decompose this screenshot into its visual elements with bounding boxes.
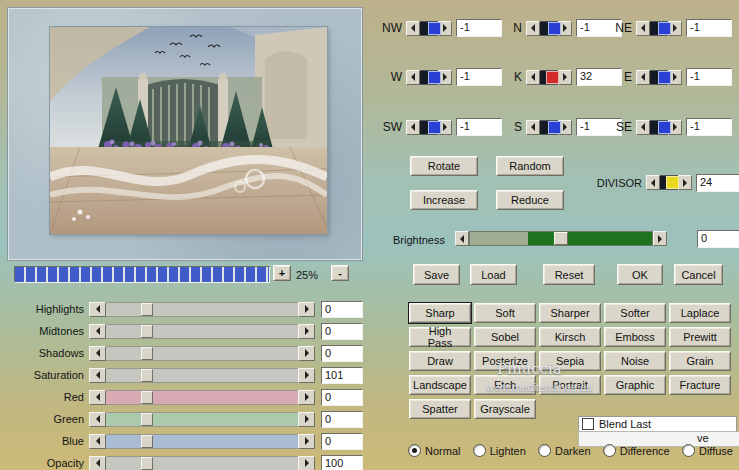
preset-grain[interactable]: Grain (669, 351, 731, 371)
blue-value[interactable]: 0 (321, 433, 363, 450)
shadows-slider[interactable] (89, 346, 315, 361)
arrow-right-icon[interactable] (298, 412, 315, 427)
radio-diffuse[interactable]: Diffuse (682, 444, 733, 457)
red-slider[interactable] (89, 390, 315, 405)
preset-sharper[interactable]: Sharper (539, 303, 601, 323)
slider-thumb[interactable] (141, 391, 153, 404)
slider-track[interactable] (106, 434, 298, 449)
slider-track[interactable] (660, 175, 678, 190)
preset-sobel[interactable]: Sobel (474, 327, 536, 347)
slider-thumb[interactable] (141, 347, 153, 360)
slider-thumb[interactable] (548, 22, 561, 35)
kernel-nw-slider[interactable] (406, 21, 452, 36)
slider-track[interactable] (540, 120, 558, 135)
slider-thumb[interactable] (554, 232, 568, 245)
zoom-in-button[interactable]: + (273, 265, 291, 281)
arrow-right-icon[interactable] (298, 390, 315, 405)
slider-thumb[interactable] (141, 457, 153, 470)
slider-track[interactable] (106, 412, 298, 427)
slider-thumb[interactable] (428, 71, 441, 84)
arrow-left-icon[interactable] (526, 70, 540, 85)
preset-sepia[interactable]: Sepia (539, 351, 601, 371)
opacity-value[interactable]: 100 (321, 455, 363, 470)
increase-button[interactable]: Increase (410, 190, 478, 210)
midtones-slider[interactable] (89, 324, 315, 339)
preset-sharp[interactable]: Sharp (409, 303, 471, 323)
arrow-right-icon[interactable] (298, 434, 315, 449)
radio-dot[interactable] (538, 444, 551, 457)
opacity-slider[interactable] (89, 456, 315, 470)
slider-thumb[interactable] (548, 121, 561, 134)
arrow-left-icon[interactable] (89, 434, 106, 449)
kernel-sw-slider[interactable] (406, 120, 452, 135)
arrow-right-icon[interactable] (298, 368, 315, 383)
saturation-value[interactable]: 101 (321, 367, 363, 384)
preset-draw[interactable]: Draw (409, 351, 471, 371)
preview-panel[interactable] (8, 8, 362, 260)
slider-thumb[interactable] (658, 71, 671, 84)
cancel-button[interactable]: Cancel (674, 264, 723, 285)
arrow-left-icon[interactable] (646, 175, 660, 190)
slider-track[interactable] (540, 21, 558, 36)
kernel-nw-value[interactable]: -1 (456, 19, 502, 37)
slider-thumb[interactable] (428, 22, 441, 35)
green-slider[interactable] (89, 412, 315, 427)
kernel-w-value[interactable]: -1 (456, 68, 502, 86)
slider-track[interactable] (420, 21, 438, 36)
slider-thumb[interactable] (141, 325, 153, 338)
preset-portrait[interactable]: Portrait (539, 375, 601, 395)
preset-grayscale[interactable]: Grayscale (474, 399, 536, 419)
kernel-s-slider[interactable] (526, 120, 572, 135)
arrow-right-icon[interactable] (298, 324, 315, 339)
arrow-right-icon[interactable] (558, 70, 572, 85)
arrow-right-icon[interactable] (678, 175, 692, 190)
kernel-se-value[interactable]: -1 (686, 118, 732, 136)
slider-thumb[interactable] (141, 435, 153, 448)
preset-graphic[interactable]: Graphic (604, 375, 666, 395)
slider-track[interactable] (650, 70, 668, 85)
slider-thumb[interactable] (141, 369, 153, 382)
save-button[interactable]: Save (413, 264, 460, 285)
slider-track[interactable] (420, 70, 438, 85)
blend-last-checkbox[interactable] (582, 418, 594, 430)
brightness-slider[interactable] (455, 231, 667, 246)
random-button[interactable]: Random (496, 156, 564, 176)
load-button[interactable]: Load (470, 264, 517, 285)
rotate-button[interactable]: Rotate (410, 156, 478, 176)
slider-thumb[interactable] (428, 121, 441, 134)
saturation-slider[interactable] (89, 368, 315, 383)
arrow-right-icon[interactable] (298, 456, 315, 470)
ok-button[interactable]: OK (617, 264, 663, 285)
radio-dot[interactable] (408, 444, 421, 457)
slider-track[interactable] (650, 120, 668, 135)
arrow-left-icon[interactable] (406, 120, 420, 135)
radio-darken[interactable]: Darken (538, 444, 590, 457)
arrow-left-icon[interactable] (89, 412, 106, 427)
kernel-se-slider[interactable] (636, 120, 682, 135)
slider-track[interactable] (106, 456, 298, 470)
arrow-left-icon[interactable] (526, 21, 540, 36)
radio-dot[interactable] (682, 444, 695, 457)
radio-normal[interactable]: Normal (408, 444, 460, 457)
preset-softer[interactable]: Softer (604, 303, 666, 323)
arrow-right-icon[interactable] (298, 302, 315, 317)
preset-kirsch[interactable]: Kirsch (539, 327, 601, 347)
highlights-value[interactable]: 0 (321, 301, 363, 318)
slider-track[interactable] (650, 21, 668, 36)
slider-thumb[interactable] (141, 413, 153, 426)
kernel-n-slider[interactable] (526, 21, 572, 36)
brightness-value[interactable]: 0 (697, 230, 739, 248)
arrow-left-icon[interactable] (89, 456, 106, 470)
preset-emboss[interactable]: Emboss (604, 327, 666, 347)
kernel-e-slider[interactable] (636, 70, 682, 85)
reduce-button[interactable]: Reduce (496, 190, 564, 210)
arrow-left-icon[interactable] (526, 120, 540, 135)
radio-dot[interactable] (473, 444, 486, 457)
slider-thumb[interactable] (546, 71, 559, 84)
preset-landscape[interactable]: Landscape (409, 375, 471, 395)
divisor-value[interactable]: 24 (696, 174, 739, 192)
preset-high-pass[interactable]: High Pass (409, 327, 471, 347)
preset-posterize[interactable]: Posterize (474, 351, 536, 371)
reset-button[interactable]: Reset (543, 264, 595, 285)
arrow-left-icon[interactable] (636, 70, 650, 85)
